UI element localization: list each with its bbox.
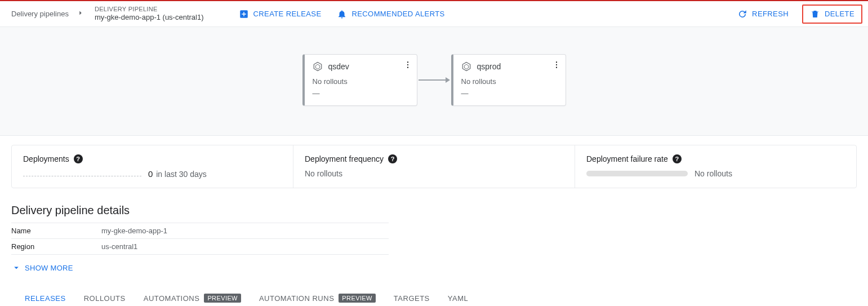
tab-targets[interactable]: TARGETS [394, 287, 430, 306]
metric-failure-rate: Deployment failure rate ? No rollouts [575, 145, 856, 188]
tab-releases[interactable]: RELEASES [25, 287, 66, 306]
svg-point-7 [555, 64, 557, 65]
breadcrumb-current: DELIVERY PIPELINE my-gke-demo-app-1 (us-… [95, 6, 204, 22]
add-box-icon [239, 9, 249, 19]
table-row: Name my-gke-demo-app-1 [11, 223, 389, 239]
tabs: RELEASES ROLLOUTS AUTOMATIONS PREVIEW AU… [11, 287, 857, 306]
stage-status: No rollouts [313, 77, 409, 86]
metric-value: No rollouts [695, 169, 732, 178]
detail-key: Region [11, 239, 101, 255]
stage-name: qsdev [328, 62, 349, 71]
svg-point-1 [407, 61, 408, 63]
stage-menu-button[interactable] [552, 60, 561, 71]
preview-badge: PREVIEW [339, 294, 376, 303]
stage-card[interactable]: qsprod No rollouts — [451, 54, 566, 106]
trash-icon [810, 9, 820, 19]
chevron-right-icon [77, 9, 84, 19]
stage-name: qsprod [477, 62, 501, 71]
svg-marker-9 [462, 63, 470, 71]
detail-value: my-gke-demo-app-1 [101, 223, 389, 239]
help-icon[interactable]: ? [74, 154, 83, 163]
failure-bar [586, 171, 688, 176]
create-release-label: CREATE RELEASE [253, 10, 322, 18]
tab-label: YAML [448, 294, 468, 303]
stage-detail: — [313, 89, 409, 97]
stage-detail: — [461, 89, 558, 97]
create-release-button[interactable]: CREATE RELEASE [233, 6, 327, 23]
refresh-button[interactable]: REFRESH [732, 6, 794, 23]
metric-value: No rollouts [305, 169, 342, 178]
delete-button[interactable]: DELETE [805, 7, 859, 21]
metrics-panel: Deployments ? 0 in last 30 days Deployme… [11, 145, 857, 188]
delete-highlight: DELETE [802, 5, 862, 24]
tab-rollouts[interactable]: ROLLOUTS [84, 287, 126, 306]
metric-title: Deployment failure rate [586, 154, 668, 163]
delete-label: DELETE [825, 10, 854, 18]
refresh-label: REFRESH [752, 10, 789, 18]
tab-label: ROLLOUTS [84, 294, 126, 303]
detail-value: us-central1 [101, 239, 389, 255]
breadcrumb-title: my-gke-demo-app-1 (us-central1) [95, 13, 204, 22]
table-row: Region us-central1 [11, 239, 389, 255]
svg-point-8 [555, 67, 557, 68]
stage-card[interactable]: qsdev No rollouts — [302, 54, 417, 106]
details-heading: Delivery pipeline details [11, 204, 857, 217]
stage-status: No rollouts [461, 77, 558, 86]
gke-icon [461, 61, 471, 72]
recommended-alerts-label: RECOMMENDED ALERTS [351, 10, 444, 18]
svg-marker-10 [464, 64, 469, 69]
refresh-icon [737, 9, 747, 19]
help-icon[interactable]: ? [673, 154, 682, 163]
metric-deployments: Deployments ? 0 in last 30 days [12, 145, 293, 188]
show-more-button[interactable]: SHOW MORE [11, 263, 73, 273]
tab-label: AUTOMATIONS [144, 294, 200, 303]
stage-menu-button[interactable] [403, 60, 412, 71]
pipeline-graph: qsdev No rollouts — qsprod No rollouts — [0, 27, 868, 136]
stage-arrow [419, 79, 450, 81]
details-table: Name my-gke-demo-app-1 Region us-central… [11, 223, 389, 255]
metric-value: 0 [148, 169, 153, 179]
preview-badge: PREVIEW [204, 294, 241, 303]
tab-label: TARGETS [394, 294, 430, 303]
detail-key: Name [11, 223, 101, 239]
tab-label: AUTOMATION RUNS [259, 294, 334, 303]
stage-row: qsdev No rollouts — qsprod No rollouts — [302, 54, 566, 106]
tab-label: RELEASES [25, 294, 66, 303]
show-more-label: SHOW MORE [25, 264, 73, 272]
gke-icon [313, 61, 323, 72]
help-icon[interactable]: ? [388, 154, 397, 163]
svg-point-2 [407, 64, 408, 65]
svg-point-6 [555, 61, 557, 63]
svg-point-3 [407, 67, 408, 68]
metric-frequency: Deployment frequency ? No rollouts [293, 145, 575, 188]
recommended-alerts-button[interactable]: RECOMMENDED ALERTS [331, 6, 450, 23]
svg-marker-5 [315, 64, 320, 69]
metric-title: Deployments [23, 154, 69, 163]
tab-yaml[interactable]: YAML [448, 287, 468, 306]
chevron-down-icon [11, 263, 21, 273]
tab-automations[interactable]: AUTOMATIONS PREVIEW [144, 287, 241, 306]
breadcrumb-category: DELIVERY PIPELINE [95, 6, 204, 13]
metric-title: Deployment frequency [305, 154, 384, 163]
breadcrumb-root[interactable]: Delivery pipelines [11, 10, 69, 18]
metric-suffix: in last 30 days [156, 170, 207, 179]
content-area: Deployments ? 0 in last 30 days Deployme… [0, 136, 868, 306]
bell-alert-icon [337, 9, 347, 19]
sparkline-placeholder [23, 172, 141, 176]
top-bar: Delivery pipelines DELIVERY PIPELINE my-… [0, 0, 868, 27]
svg-marker-4 [314, 63, 322, 71]
tab-automation-runs[interactable]: AUTOMATION RUNS PREVIEW [259, 287, 376, 306]
